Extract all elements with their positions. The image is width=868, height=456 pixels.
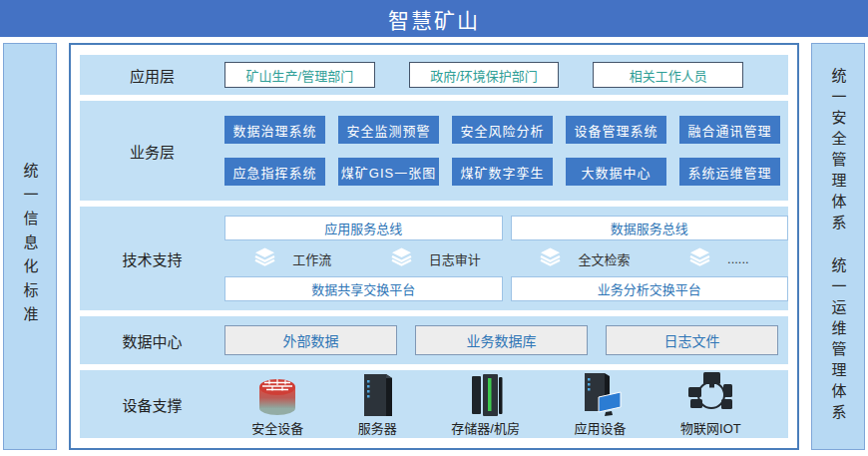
right-pillar-label-bottom: 统一运维管理体系	[831, 257, 846, 425]
equipment-item-label: 应用设备	[575, 418, 627, 437]
application-device-icon	[579, 371, 623, 417]
middleware-label: 日志审计	[429, 249, 481, 268]
equipment-content: 安全设备 服务器	[224, 370, 788, 438]
layers-icon	[539, 247, 562, 270]
equipment-item: 安全设备	[251, 371, 303, 437]
service-bus-box: 应用服务总线	[224, 216, 503, 240]
middleware-label: 工作流	[292, 249, 331, 268]
business-module: 应急指挥系统	[224, 158, 325, 186]
business-row-1: 数据治理系统 安全监测预警 安全风险分析 设备管理系统 融合通讯管理	[224, 116, 780, 144]
application-box: 矿山生产/管理部门	[224, 62, 375, 88]
service-bus-box: 数据服务总线	[511, 216, 789, 240]
equipment-item-label: 服务器	[358, 418, 397, 437]
business-module: 设备管理系统	[566, 116, 666, 144]
service-bus-row: 应用服务总线 数据服务总线	[224, 216, 788, 240]
equipment-item-label: 物联网IOT	[680, 418, 741, 437]
layers-icon	[688, 247, 711, 270]
layers-icon	[390, 247, 413, 270]
business-layer-content: 数据治理系统 安全监测预警 安全风险分析 设备管理系统 融合通讯管理 应急指挥系…	[224, 101, 788, 201]
page-title: 智慧矿山	[0, 0, 868, 37]
firewall-icon	[254, 371, 300, 417]
application-box: 政府/环境保护部门	[409, 62, 560, 88]
middleware-label: 全文检索	[578, 249, 630, 268]
data-source-box: 日志文件	[606, 325, 778, 355]
business-module: 融合通讯管理	[679, 116, 780, 144]
iot-network-icon	[686, 371, 734, 417]
main-panel: 应用层 矿山生产/管理部门 政府/环境保护部门 相关工作人员 业务层 数据治理系…	[69, 43, 799, 450]
equipment-item: 物联网IOT	[680, 371, 741, 437]
left-pillar: 统一信息化标准	[3, 43, 57, 450]
server-tower-icon	[360, 371, 394, 417]
data-source-box: 外部数据	[224, 325, 397, 355]
business-module: 安全风险分析	[452, 116, 553, 144]
platform-row: 数据共享交换平台 业务分析交换平台	[224, 276, 788, 301]
business-row-2: 应急指挥系统 煤矿GIS一张图 煤矿数字孪生 大数据中心 系统运维管理	[224, 158, 780, 186]
storage-rack-icon	[466, 371, 506, 417]
middleware-item: 工作流	[253, 247, 331, 270]
application-layer-content: 矿山生产/管理部门 政府/环境保护部门 相关工作人员	[224, 55, 788, 95]
business-module: 数据治理系统	[224, 116, 325, 144]
business-layer-row: 业务层 数据治理系统 安全监测预警 安全风险分析 设备管理系统 融合通讯管理 应…	[80, 101, 788, 201]
right-pillar: 统一安全管理体系 统一运维管理体系	[811, 43, 865, 450]
equipment-item-label: 安全设备	[251, 418, 303, 437]
application-box: 相关工作人员	[593, 62, 743, 88]
equipment-row: 设备支撑	[80, 370, 788, 438]
business-module: 煤矿GIS一张图	[338, 158, 439, 186]
tech-support-content: 应用服务总线 数据服务总线 工作流 日志审计	[224, 207, 788, 310]
middleware-label: ......	[727, 251, 749, 266]
equipment-item: 存储器/机房	[451, 371, 520, 437]
business-layer-label: 业务层	[80, 101, 224, 201]
business-module: 安全监测预警	[338, 116, 439, 144]
tech-support-label: 技术支持	[80, 207, 224, 310]
data-center-label: 数据中心	[80, 316, 224, 364]
equipment-item: 应用设备	[575, 371, 627, 437]
equipment-item-label: 存储器/机房	[451, 418, 520, 437]
platform-box: 业务分析交换平台	[511, 276, 789, 301]
data-center-content: 外部数据 业务数据库 日志文件	[224, 316, 788, 364]
middleware-item: ......	[688, 247, 749, 270]
tech-support-row: 技术支持 应用服务总线 数据服务总线 工作流	[80, 207, 788, 310]
left-pillar-label: 统一信息化标准	[23, 163, 38, 330]
platform-box: 数据共享交换平台	[224, 276, 503, 301]
data-source-box: 业务数据库	[415, 325, 588, 355]
business-module: 系统运维管理	[679, 158, 780, 186]
layers-icon	[253, 247, 276, 270]
middleware-item: 全文检索	[539, 247, 630, 270]
business-module: 煤矿数字孪生	[452, 158, 553, 186]
data-center-row: 数据中心 外部数据 业务数据库 日志文件	[80, 316, 788, 364]
business-module: 大数据中心	[566, 158, 666, 186]
equipment-label: 设备支撑	[80, 370, 224, 438]
middleware-item: 日志审计	[390, 247, 481, 270]
smart-mine-architecture-diagram: 智慧矿山 统一信息化标准 应用层 矿山生产/管理部门 政府/环境保护部门 相关工…	[0, 0, 868, 456]
middleware-row: 工作流 日志审计 全文检索	[224, 247, 788, 269]
equipment-item: 服务器	[358, 371, 397, 437]
right-pillar-label-top: 统一安全管理体系	[831, 68, 846, 235]
application-layer-row: 应用层 矿山生产/管理部门 政府/环境保护部门 相关工作人员	[80, 55, 788, 95]
application-layer-label: 应用层	[80, 55, 224, 95]
